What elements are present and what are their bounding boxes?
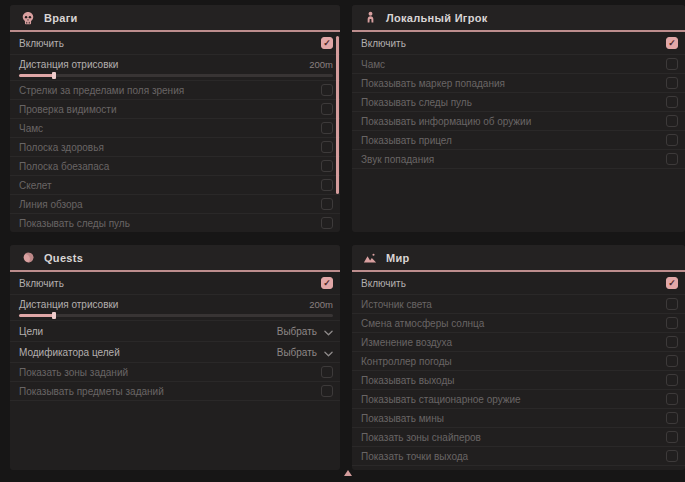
checkbox[interactable] (666, 58, 678, 70)
checkbox-row: Включить (352, 272, 685, 295)
checkbox-row: Включить (10, 32, 340, 55)
checkbox[interactable] (666, 431, 678, 443)
slider-value: 200m (309, 299, 333, 310)
chevron-down-icon (324, 343, 333, 361)
checkbox[interactable] (321, 84, 333, 96)
checkbox-row: Контроллер погоды (352, 352, 685, 371)
mountain-icon (363, 251, 377, 265)
checkbox[interactable] (666, 277, 678, 289)
checkbox-row: Проверка видимости (10, 100, 340, 119)
checkbox[interactable] (666, 393, 678, 405)
slider-value: 200m (309, 59, 333, 70)
checkbox-row: Показывать информацию об оружии (352, 112, 685, 131)
checkbox[interactable] (666, 298, 678, 310)
row-label: Включить (361, 278, 406, 289)
checkbox[interactable] (666, 317, 678, 329)
checkbox[interactable] (666, 450, 678, 462)
checkbox[interactable] (321, 122, 333, 134)
checkbox[interactable] (666, 115, 678, 127)
row-label: Показывать выходы (361, 375, 454, 386)
row-label: Скелет (19, 180, 52, 191)
row-label: Показывать прицел (361, 135, 452, 146)
skull-icon (21, 11, 35, 25)
checkbox[interactable] (666, 336, 678, 348)
checkbox[interactable] (321, 366, 333, 378)
checkbox[interactable] (666, 96, 678, 108)
row-label: Стрелки за пределами поля зрения (19, 85, 184, 96)
panel-title: Quests (44, 252, 83, 264)
checkbox-row: Показывать прицел (352, 131, 685, 150)
row-label: Включить (19, 38, 64, 49)
row-label: Линия обзора (19, 199, 83, 210)
checkbox-row: Полоска боезапаса (10, 157, 340, 176)
checkbox-row: Включить (10, 272, 340, 295)
panel-title: Враги (44, 12, 78, 24)
checkbox[interactable] (321, 277, 333, 289)
checkbox[interactable] (321, 37, 333, 49)
row-label: Показать зоны заданий (19, 367, 128, 378)
checkbox-row: Показывать следы пуль (10, 214, 340, 232)
checkbox-row: Показать зоны заданий (10, 363, 340, 382)
checkbox-row: Стрелки за пределами поля зрения (10, 81, 340, 100)
checkbox[interactable] (321, 385, 333, 397)
dropdown-row: ЦелиВыбрать (10, 321, 340, 342)
slider-row: Дистанция отрисовки200m (10, 295, 340, 321)
row-label: Показать точки выхода (361, 451, 468, 462)
checkbox-row: Включить (352, 32, 685, 55)
checkbox[interactable] (666, 77, 678, 89)
checkbox[interactable] (666, 355, 678, 367)
chevron-down-icon (324, 322, 333, 340)
checkbox[interactable] (666, 374, 678, 386)
checkbox[interactable] (321, 179, 333, 191)
row-label: Показывать следы пуль (19, 218, 130, 229)
checkbox[interactable] (321, 217, 333, 229)
checkbox[interactable] (666, 134, 678, 146)
row-label: Полоска боезапаса (19, 161, 109, 172)
row-label: Дистанция отрисовки (19, 299, 118, 310)
panel-enemies: Враги ВключитьДистанция отрисовки200mСтр… (10, 5, 340, 232)
slider[interactable] (19, 314, 333, 317)
corner-marker-icon[interactable] (344, 470, 352, 476)
panel-body: ВключитьИсточник светаСмена атмосферы со… (352, 272, 685, 470)
checkbox-row: Изменение воздуха (352, 333, 685, 352)
row-label: Включить (361, 38, 406, 49)
checkbox[interactable] (666, 153, 678, 165)
row-label: Чамс (19, 123, 43, 134)
mod-menu-screen: Враги ВключитьДистанция отрисовки200mСтр… (0, 0, 685, 482)
checkbox-row: Линия обзора (10, 195, 340, 214)
circle-icon (21, 251, 35, 265)
row-label: Включить (19, 278, 64, 289)
checkbox[interactable] (321, 160, 333, 172)
row-label: Показывать мины (361, 413, 444, 424)
row-label: Чамс (361, 59, 385, 70)
dropdown[interactable]: Выбрать (277, 343, 333, 361)
row-label: Показать зоны снайперов (361, 432, 481, 443)
checkbox[interactable] (666, 37, 678, 49)
slider-fill (19, 314, 54, 317)
scrollbar[interactable] (336, 36, 339, 194)
dropdown[interactable]: Выбрать (277, 322, 333, 340)
checkbox-row: Показывать выходы (352, 371, 685, 390)
slider-thumb[interactable] (52, 72, 56, 79)
checkbox-row: Звук попадания (352, 150, 685, 169)
slider[interactable] (19, 74, 333, 77)
row-label: Источник света (361, 299, 432, 310)
checkbox-row: Полоска здоровья (10, 138, 340, 157)
checkbox-row: Показывать следы пуль (352, 93, 685, 112)
checkbox[interactable] (321, 141, 333, 153)
checkbox[interactable] (321, 103, 333, 115)
row-label: Модификатора целей (19, 347, 120, 358)
row-label: Контроллер погоды (361, 356, 452, 367)
panel-header: Локальный Игрок (352, 5, 685, 32)
checkbox[interactable] (666, 412, 678, 424)
checkbox-row: Показывать стационарное оружие (352, 390, 685, 409)
row-label: Изменение воздуха (361, 337, 452, 348)
checkbox-row: Показать точки выхода (352, 447, 685, 466)
checkbox-row: Скелет (10, 176, 340, 195)
slider-thumb[interactable] (52, 312, 56, 319)
panel-body: ВключитьДистанция отрисовки200mСтрелки з… (10, 32, 340, 232)
checkbox-row: Чамс (10, 119, 340, 138)
checkbox-row: Чамс (352, 55, 685, 74)
checkbox[interactable] (321, 198, 333, 210)
slider-row: Дистанция отрисовки200m (10, 55, 340, 81)
